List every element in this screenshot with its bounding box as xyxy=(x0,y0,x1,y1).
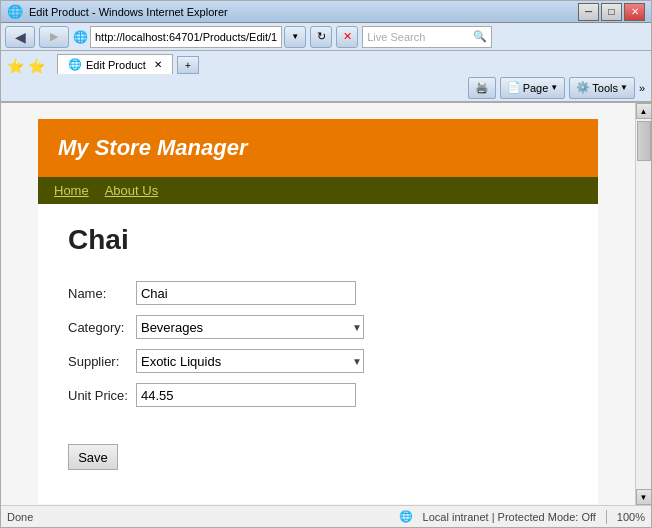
edit-form: Name: Category: Beverages xyxy=(68,276,372,412)
supplier-select[interactable]: Exotic Liquids xyxy=(136,349,364,373)
status-security: Local intranet | Protected Mode: Off xyxy=(423,511,596,523)
name-input[interactable] xyxy=(136,281,356,305)
nav-about-link[interactable]: About Us xyxy=(105,183,158,198)
scroll-up-button[interactable]: ▲ xyxy=(636,103,652,119)
category-row: Category: Beverages ▼ xyxy=(68,310,372,344)
price-label: Unit Price: xyxy=(68,388,128,403)
refresh-button[interactable]: ↻ xyxy=(310,26,332,48)
category-label: Category: xyxy=(68,320,124,335)
page-content: My Store Manager Home About Us Chai Name… xyxy=(1,103,635,505)
favorites-star-button[interactable]: ⭐ xyxy=(7,58,24,74)
tools-button[interactable]: ⚙️ Tools ▼ xyxy=(569,77,635,99)
save-button[interactable]: Save xyxy=(68,444,118,470)
status-divider xyxy=(606,510,607,524)
nav-home-link[interactable]: Home xyxy=(54,183,89,198)
scroll-down-button[interactable]: ▼ xyxy=(636,489,652,505)
tab-icon: 🌐 xyxy=(68,58,82,71)
close-button[interactable]: ✕ xyxy=(624,3,645,21)
price-row: Unit Price: xyxy=(68,378,372,412)
name-row: Name: xyxy=(68,276,372,310)
product-title: Chai xyxy=(68,224,568,256)
back-button[interactable]: ◀ xyxy=(5,26,35,48)
active-tab[interactable]: 🌐 Edit Product ✕ xyxy=(57,54,173,74)
page-body: Chai Name: Category: xyxy=(38,204,598,504)
address-dropdown-button[interactable]: ▼ xyxy=(284,26,306,48)
window-title: Edit Product - Windows Internet Explorer xyxy=(29,6,228,18)
tools-icon: ⚙️ xyxy=(576,81,590,94)
address-bar-input[interactable]: http://localhost:64701/Products/Edit/1 xyxy=(90,26,282,48)
forward-button[interactable]: ▶ xyxy=(39,26,69,48)
supplier-row: Supplier: Exotic Liquids ▼ xyxy=(68,344,372,378)
name-label: Name: xyxy=(68,286,106,301)
stop-button[interactable]: ✕ xyxy=(336,26,358,48)
site-header: My Store Manager xyxy=(38,119,598,177)
tab-close-icon[interactable]: ✕ xyxy=(154,59,162,70)
minimize-button[interactable]: ─ xyxy=(578,3,599,21)
print-button[interactable]: 🖨️ xyxy=(468,77,496,99)
page-button[interactable]: 📄 Page ▼ xyxy=(500,77,566,99)
new-tab-button[interactable]: + xyxy=(177,56,199,74)
tab-label: Edit Product xyxy=(86,59,146,71)
site-nav: Home About Us xyxy=(38,177,598,204)
category-select-wrapper: Beverages ▼ xyxy=(136,315,364,339)
page-icon: 📄 xyxy=(507,81,521,94)
supplier-label: Supplier: xyxy=(68,354,119,369)
status-bar: Done 🌐 Local intranet | Protected Mode: … xyxy=(1,505,651,527)
page-dropdown-icon: ▼ xyxy=(550,83,558,92)
toolbar-extend-button[interactable]: » xyxy=(639,82,645,94)
scrollbar: ▲ ▼ xyxy=(635,103,651,505)
supplier-select-wrapper: Exotic Liquids ▼ xyxy=(136,349,364,373)
globe-icon: 🌐 xyxy=(399,510,413,523)
zoom-level: 100% xyxy=(617,511,645,523)
status-text: Done xyxy=(7,511,33,523)
ie-icon: 🌐 xyxy=(7,4,23,20)
search-placeholder: Live Search xyxy=(367,31,425,43)
scroll-thumb[interactable] xyxy=(637,121,651,161)
maximize-button[interactable]: □ xyxy=(601,3,622,21)
tools-dropdown-icon: ▼ xyxy=(620,83,628,92)
ie-small-icon: 🌐 xyxy=(73,30,88,44)
address-text: http://localhost:64701/Products/Edit/1 xyxy=(95,31,277,43)
add-favorites-button[interactable]: ⭐ xyxy=(28,58,45,74)
category-select[interactable]: Beverages xyxy=(136,315,364,339)
price-input[interactable] xyxy=(136,383,356,407)
search-box[interactable]: Live Search 🔍 xyxy=(362,26,492,48)
site-title: My Store Manager xyxy=(58,135,578,161)
search-icon[interactable]: 🔍 xyxy=(473,30,487,43)
